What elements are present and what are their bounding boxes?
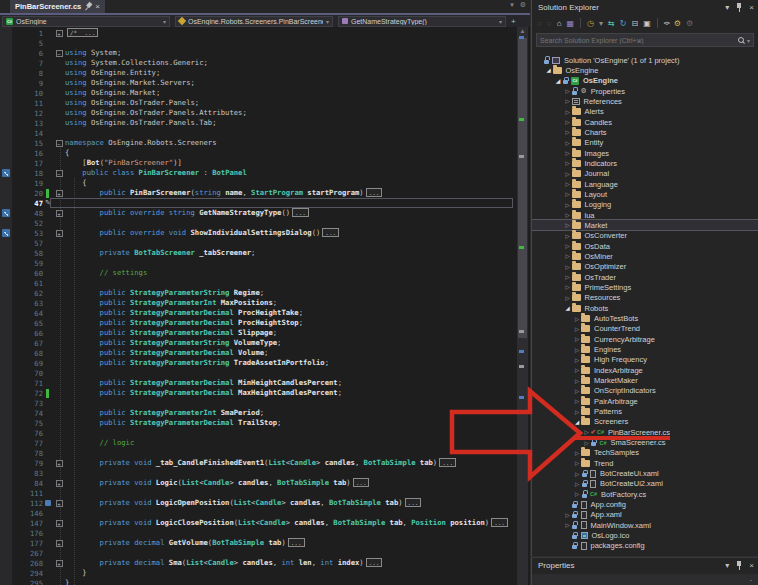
code-line-16[interactable]: 16{ bbox=[0, 148, 515, 158]
document-tab-pinbarscreener[interactable]: PinBarScreener.cs × bbox=[10, 0, 105, 13]
code-line-61[interactable]: 61 bbox=[0, 278, 515, 288]
tree-item-layout[interactable]: ▷Layout bbox=[532, 189, 758, 199]
code-line-11[interactable]: 11using OsEngine.OsTrader.Panels; bbox=[0, 98, 515, 108]
tree-item-screeners[interactable]: ◢Screeners bbox=[532, 417, 758, 427]
expander-closed-icon[interactable]: ▷ bbox=[573, 481, 581, 487]
margin-marker-icon[interactable] bbox=[2, 209, 10, 217]
tree-item-market[interactable]: ▷Market bbox=[532, 220, 758, 230]
tree-item-packages-config[interactable]: packages.config bbox=[532, 541, 758, 551]
collapse-toggle-icon[interactable]: + bbox=[56, 210, 63, 217]
collapsed-region-box[interactable]: ... bbox=[322, 228, 339, 237]
sync-with-active-document-icon[interactable]: ⇆ bbox=[608, 19, 615, 28]
code-line-111[interactable]: 111 bbox=[0, 488, 515, 498]
breadcrumb-segment[interactable]: OsEngine.Robots.Screeners.PinBarScreener… bbox=[175, 16, 333, 27]
tree-item-properties[interactable]: ▷⚙Properties bbox=[532, 86, 758, 96]
tree-item-app-config[interactable]: App.config bbox=[532, 500, 758, 510]
tree-item-images[interactable]: ▷Images bbox=[532, 148, 758, 158]
tree-item-osengine[interactable]: ◢OsEngine bbox=[532, 65, 758, 75]
properties-icon[interactable]: ⚙ bbox=[674, 19, 681, 28]
scrollbar-thumb[interactable] bbox=[518, 38, 527, 338]
pin-panel-icon[interactable] bbox=[736, 3, 742, 12]
tree-item-botfactory-cs[interactable]: ▷C#BotFactory.cs bbox=[532, 489, 758, 499]
tree-item-references[interactable]: ▷References bbox=[532, 96, 758, 106]
search-input[interactable] bbox=[537, 35, 737, 45]
code-line-79[interactable]: 79+ private void _tab_CandleFinishedEven… bbox=[0, 458, 515, 468]
code-line-63[interactable]: 63 public StrategyParameterInt MaxPositi… bbox=[0, 298, 515, 308]
editor-scrollbar[interactable]: ▲ bbox=[517, 27, 528, 585]
tree-item-indexarbitrage[interactable]: ▷IndexArbitrage bbox=[532, 365, 758, 375]
margin-marker-icon[interactable] bbox=[2, 169, 10, 177]
collapse-toggle-icon[interactable]: + bbox=[56, 560, 63, 567]
collapse-all-icon[interactable]: ⊟ bbox=[632, 19, 639, 28]
view-code-icon[interactable]: <> bbox=[664, 19, 669, 28]
collapsed-region-box[interactable]: ... bbox=[439, 458, 456, 467]
code-line-62[interactable]: 62 public StrategyParameterString Regime… bbox=[0, 288, 515, 298]
expander-closed-icon[interactable]: ▷ bbox=[564, 109, 572, 115]
tree-item-osconverter[interactable]: ▷OsConverter bbox=[532, 231, 758, 241]
expander-closed-icon[interactable]: ▷ bbox=[583, 429, 591, 435]
code-line-1[interactable]: 1+/* ... bbox=[0, 28, 515, 38]
collapse-toggle-icon[interactable]: − bbox=[56, 140, 63, 147]
pending-changes-filter-icon[interactable]: ◷ bbox=[587, 19, 594, 28]
expander-open-icon[interactable]: ◢ bbox=[564, 305, 572, 311]
collapse-toggle-icon[interactable]: + bbox=[56, 230, 63, 237]
code-line-294[interactable]: 294 } bbox=[0, 568, 515, 578]
expander-closed-icon[interactable]: ▷ bbox=[573, 326, 581, 332]
back-icon[interactable]: ○ bbox=[537, 19, 542, 28]
expander-closed-icon[interactable]: ▷ bbox=[564, 160, 572, 166]
tree-item-countertrend[interactable]: ▷CounterTrend bbox=[532, 324, 758, 334]
tree-item-autotestbots[interactable]: ▷AutoTestBots bbox=[532, 314, 758, 324]
bookmark-icon[interactable] bbox=[45, 500, 51, 506]
code-line-74[interactable]: 74 public StrategyParameterInt SmaPeriod… bbox=[0, 408, 515, 418]
expander-closed-icon[interactable]: ▷ bbox=[564, 222, 572, 228]
code-area[interactable]: 1+/* ...56−using System;7using System.Co… bbox=[0, 27, 515, 585]
tree-item-osdata[interactable]: ▷OsData bbox=[532, 241, 758, 251]
code-line-76[interactable]: 76 bbox=[0, 428, 515, 438]
code-line-8[interactable]: 8using OsEngine.Entity; bbox=[0, 68, 515, 78]
breadcrumb-segment[interactable]: GetNameStrategyType()▾ bbox=[338, 16, 506, 27]
code-line-84[interactable]: 84+ private void Logic(List<Candle> cand… bbox=[0, 478, 515, 488]
code-line-66[interactable]: 66 public StrategyParameterDecimal Slipp… bbox=[0, 328, 515, 338]
tree-item-osminer[interactable]: ▷OsMiner bbox=[532, 251, 758, 261]
expander-closed-icon[interactable]: ▷ bbox=[564, 129, 572, 135]
pin-panel-icon[interactable] bbox=[736, 561, 742, 570]
code-line-295[interactable]: 295} bbox=[0, 578, 515, 585]
code-line-268[interactable]: 268+ private decimal Sma(List<Candle> ca… bbox=[0, 558, 515, 568]
code-line-52[interactable]: 52 bbox=[0, 218, 515, 228]
code-line-78[interactable]: 78 bbox=[0, 448, 515, 458]
collapsed-region-box[interactable]: ... bbox=[491, 518, 508, 527]
code-line-20[interactable]: 20+ public PinBarScreener(string name, S… bbox=[0, 188, 515, 198]
code-line-73[interactable]: 73 bbox=[0, 398, 515, 408]
code-line-13[interactable]: 13using OsEngine.OsTrader.Panels.Tab; bbox=[0, 118, 515, 128]
properties-header[interactable]: Properties ▾ × bbox=[532, 558, 758, 573]
expander-closed-icon[interactable]: ▷ bbox=[573, 357, 581, 363]
code-line-19[interactable]: 19 { bbox=[0, 178, 515, 188]
search-options-chevron-icon[interactable]: ▾ bbox=[747, 37, 750, 44]
code-line-70[interactable]: 70 bbox=[0, 368, 515, 378]
code-line-112[interactable]: 112+ private void LogicOpenPosition(List… bbox=[0, 498, 515, 508]
tree-item-alerts[interactable]: ▷Alerts bbox=[532, 107, 758, 117]
code-line-68[interactable]: 68 public StrategyParameterDecimal Volum… bbox=[0, 348, 515, 358]
expander-closed-icon[interactable]: ▷ bbox=[564, 243, 572, 249]
expander-closed-icon[interactable]: ▷ bbox=[564, 88, 572, 94]
expander-closed-icon[interactable]: ▷ bbox=[573, 491, 581, 497]
plus-icon[interactable]: + bbox=[511, 17, 516, 26]
tree-item-patterns[interactable]: ▷Patterns bbox=[532, 407, 758, 417]
collapsed-region-box[interactable]: ... bbox=[292, 208, 309, 217]
tree-item-smascreener-cs[interactable]: ▷C#SmaScreener.cs bbox=[532, 438, 758, 448]
margin-marker-icon[interactable] bbox=[2, 229, 10, 237]
expander-open-icon[interactable]: ◢ bbox=[573, 419, 581, 425]
collapsed-region-box[interactable]: /* ... bbox=[67, 28, 98, 37]
expander-open-icon[interactable]: ◢ bbox=[554, 78, 562, 84]
tree-item-osengine[interactable]: ◢C#OsEngine bbox=[532, 76, 758, 86]
tree-item-oslogo-ico[interactable]: OsLogo.ico bbox=[532, 531, 758, 541]
chevron-down-icon[interactable]: ▾ bbox=[326, 18, 329, 25]
collapsed-region-box[interactable]: ... bbox=[366, 188, 383, 197]
tree-item-journal[interactable]: ▷Journal bbox=[532, 169, 758, 179]
expander-closed-icon[interactable]: ▷ bbox=[564, 119, 572, 125]
collapse-toggle-icon[interactable]: + bbox=[56, 190, 63, 197]
tree-item-app-xaml[interactable]: ▷App.xaml bbox=[532, 510, 758, 520]
expander-closed-icon[interactable]: ▷ bbox=[583, 440, 591, 446]
chevron-down-icon[interactable]: ▾ bbox=[510, 1, 514, 9]
forward-icon[interactable]: ○ bbox=[547, 19, 552, 28]
